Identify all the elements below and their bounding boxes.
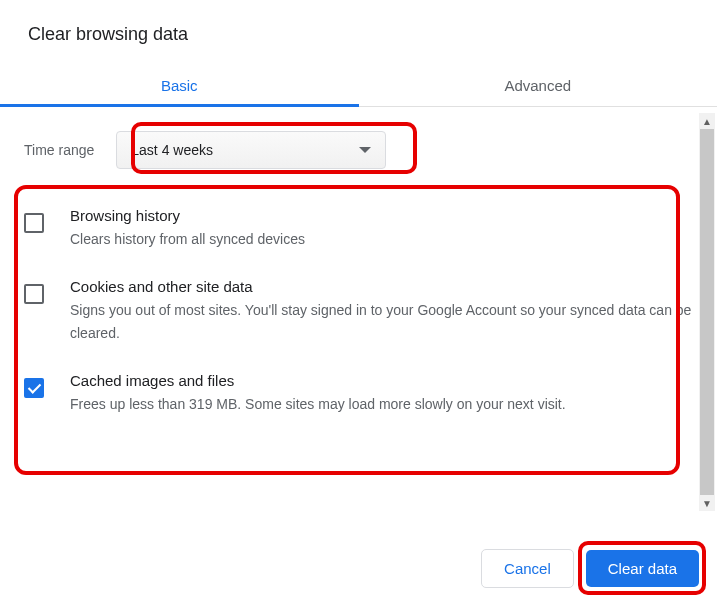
option-cookies: Cookies and other site data Signs you ou… — [24, 264, 693, 358]
option-browsing-history: Browsing history Clears history from all… — [24, 193, 693, 264]
option-desc: Frees up less than 319 MB. Some sites ma… — [70, 393, 693, 415]
scrollbar[interactable]: ▲ ▼ — [699, 113, 715, 511]
chevron-down-icon — [359, 147, 371, 153]
tab-basic-label: Basic — [161, 77, 198, 94]
option-text: Cached images and files Frees up less th… — [70, 372, 693, 415]
option-title: Browsing history — [70, 207, 693, 224]
tab-advanced[interactable]: Advanced — [359, 65, 718, 106]
option-title: Cookies and other site data — [70, 278, 693, 295]
time-range-row: Time range Last 4 weeks — [0, 107, 717, 193]
scroll-down-icon[interactable]: ▼ — [699, 495, 715, 511]
option-text: Cookies and other site data Signs you ou… — [70, 278, 693, 344]
tab-basic[interactable]: Basic — [0, 65, 359, 106]
checkbox-cached[interactable] — [24, 378, 44, 398]
scroll-up-icon[interactable]: ▲ — [699, 113, 715, 129]
option-text: Browsing history Clears history from all… — [70, 207, 693, 250]
option-title: Cached images and files — [70, 372, 693, 389]
options-list: Browsing history Clears history from all… — [0, 193, 717, 430]
option-desc: Clears history from all synced devices — [70, 228, 693, 250]
tab-advanced-label: Advanced — [504, 77, 571, 94]
time-range-value: Last 4 weeks — [131, 142, 213, 158]
time-range-dropdown[interactable]: Last 4 weeks — [116, 131, 386, 169]
option-cached: Cached images and files Frees up less th… — [24, 358, 693, 429]
tab-bar: Basic Advanced — [0, 65, 717, 107]
dialog-content: Time range Last 4 weeks Browsing history… — [0, 107, 717, 507]
dialog-footer: Cancel Clear data — [481, 549, 699, 588]
clear-data-button[interactable]: Clear data — [586, 550, 699, 587]
time-range-label: Time range — [24, 142, 94, 158]
clear-browsing-data-dialog: Clear browsing data Basic Advanced Time … — [0, 0, 717, 600]
option-desc: Signs you out of most sites. You'll stay… — [70, 299, 693, 344]
dialog-title: Clear browsing data — [0, 0, 717, 65]
scrollbar-thumb[interactable] — [700, 129, 714, 495]
cancel-button-label: Cancel — [504, 560, 551, 577]
cancel-button[interactable]: Cancel — [481, 549, 574, 588]
checkbox-browsing-history[interactable] — [24, 213, 44, 233]
checkbox-cookies[interactable] — [24, 284, 44, 304]
clear-data-button-label: Clear data — [608, 560, 677, 577]
